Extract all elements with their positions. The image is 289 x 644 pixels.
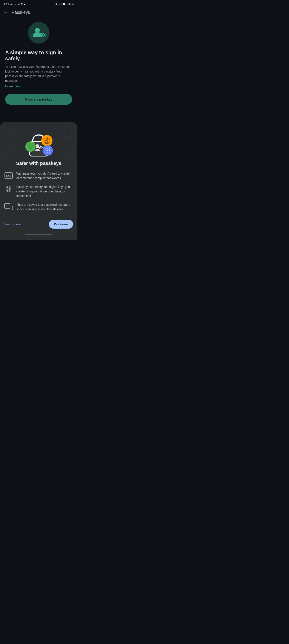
feature-item-1: 123 With passkeys, you don't need to cre… — [4, 171, 73, 180]
mountain-icon: ⛰ — [10, 3, 13, 6]
signal-icon — [59, 3, 62, 6]
svg-point-21 — [25, 142, 36, 152]
top-nav: ← Passkeys — [0, 8, 77, 18]
bluetooth-icon: ✦ — [14, 3, 16, 6]
svg-point-28 — [47, 148, 48, 149]
home-bar — [0, 232, 77, 236]
feature-text-1: With passkeys, you don't need to create … — [16, 171, 73, 180]
create-passkey-button[interactable]: Create a passkey — [5, 94, 72, 104]
passkey-icon-circle — [28, 22, 49, 44]
status-bar: 8:53 ⛰ ✦ M 𝕏 — [0, 0, 77, 8]
svg-point-17 — [40, 147, 41, 148]
status-left: 8:53 ⛰ ✦ M 𝕏 — [3, 3, 25, 6]
feature-list: 123 With passkeys, you don't need to cre… — [0, 171, 77, 212]
continue-button[interactable]: Continue — [49, 220, 73, 228]
passkey-illustration — [0, 122, 77, 160]
lock-illustration — [15, 126, 62, 159]
svg-point-10 — [42, 34, 43, 36]
svg-rect-13 — [44, 35, 45, 36]
status-right: 54% — [55, 3, 74, 6]
battery-percent: 54% — [68, 3, 74, 6]
svg-point-31 — [47, 150, 48, 151]
svg-point-42 — [8, 188, 9, 190]
svg-rect-1 — [59, 4, 59, 6]
svg-point-30 — [46, 150, 46, 151]
bg-card-2 — [63, 126, 72, 138]
back-button[interactable]: ← — [3, 10, 8, 15]
fingerprint-icon — [4, 185, 13, 193]
main-heading: A simple way to sign in safely — [5, 50, 72, 62]
svg-point-35 — [49, 152, 50, 152]
time-display: 8:53 — [3, 3, 9, 6]
feature-item-2: Passkeys are encrypted digital keys you … — [4, 185, 73, 198]
svg-point-15 — [35, 144, 39, 148]
sheet-learn-more-button[interactable]: Learn more — [4, 222, 21, 226]
svg-point-33 — [46, 152, 46, 152]
svg-point-8 — [35, 28, 40, 33]
svg-rect-12 — [45, 35, 46, 36]
bg-card-1 — [5, 128, 15, 139]
bottom-actions: Learn more Continue — [0, 218, 77, 232]
svg-point-25 — [46, 140, 47, 141]
svg-point-29 — [49, 148, 50, 149]
svg-rect-6 — [67, 4, 67, 4]
devices-icon — [4, 202, 13, 211]
feature-text-2: Passkeys are encrypted digital keys you … — [16, 185, 73, 198]
feature-item-3: They are saved to a password manager, so… — [4, 202, 73, 212]
svg-point-34 — [47, 152, 48, 152]
main-content: A simple way to sign in safely You can n… — [0, 18, 77, 109]
svg-rect-7 — [63, 3, 65, 5]
password-123-icon: 123 — [4, 171, 13, 180]
bg-card-4 — [64, 148, 74, 160]
gmail-icon: M — [17, 3, 19, 6]
svg-point-0 — [56, 5, 56, 5]
feature-text-3: They are saved to a password manager, so… — [16, 202, 73, 212]
bottom-sheet: Safer with passkeys 123 With passkeys, y… — [0, 122, 77, 240]
svg-point-46 — [11, 209, 11, 210]
svg-rect-3 — [61, 3, 61, 6]
svg-rect-4 — [61, 3, 62, 6]
svg-point-22 — [28, 145, 30, 146]
wifi-icon — [55, 3, 58, 6]
learn-more-link[interactable]: Learn more — [5, 84, 72, 88]
battery-icon — [63, 3, 67, 6]
notification-dot — [24, 4, 25, 5]
main-description: You can now use your fingerprint, face, … — [5, 64, 72, 83]
bg-card-3 — [4, 148, 13, 159]
svg-rect-44 — [6, 209, 8, 209]
home-bar-line — [25, 234, 53, 234]
sheet-title: Safer with passkeys — [0, 160, 77, 171]
svg-rect-2 — [60, 4, 60, 6]
svg-text:123: 123 — [5, 174, 10, 178]
svg-point-23 — [32, 145, 33, 146]
svg-rect-20 — [42, 148, 43, 148]
svg-rect-43 — [4, 204, 10, 208]
x-icon: 𝕏 — [21, 3, 23, 6]
page-title: Passkeys — [11, 10, 30, 15]
person-key-icon — [32, 27, 46, 38]
